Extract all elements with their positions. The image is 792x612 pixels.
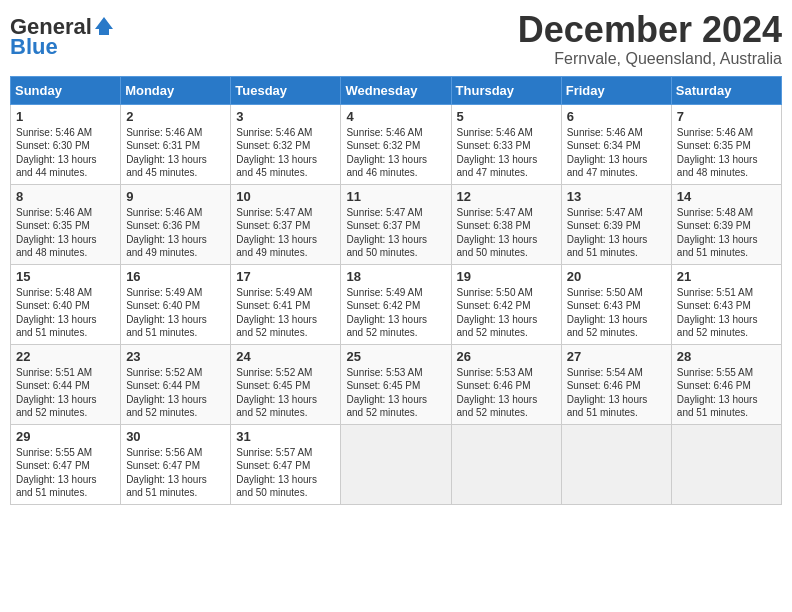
day-number: 27	[567, 349, 666, 364]
calendar-cell: 26Sunrise: 5:53 AMSunset: 6:46 PMDayligh…	[451, 344, 561, 424]
day-number: 19	[457, 269, 556, 284]
calendar-cell: 12Sunrise: 5:47 AMSunset: 6:38 PMDayligh…	[451, 184, 561, 264]
calendar-cell: 20Sunrise: 5:50 AMSunset: 6:43 PMDayligh…	[561, 264, 671, 344]
cell-info: Sunrise: 5:49 AMSunset: 6:40 PMDaylight:…	[126, 286, 225, 340]
calendar-cell: 29Sunrise: 5:55 AMSunset: 6:47 PMDayligh…	[11, 424, 121, 504]
logo-icon	[93, 15, 115, 37]
weekday-header: Sunday	[11, 76, 121, 104]
day-number: 8	[16, 189, 115, 204]
day-number: 1	[16, 109, 115, 124]
day-number: 5	[457, 109, 556, 124]
calendar-cell: 24Sunrise: 5:52 AMSunset: 6:45 PMDayligh…	[231, 344, 341, 424]
day-number: 7	[677, 109, 776, 124]
calendar-cell: 13Sunrise: 5:47 AMSunset: 6:39 PMDayligh…	[561, 184, 671, 264]
title-area: December 2024 Fernvale, Queensland, Aust…	[518, 10, 782, 68]
cell-info: Sunrise: 5:49 AMSunset: 6:41 PMDaylight:…	[236, 286, 335, 340]
cell-info: Sunrise: 5:47 AMSunset: 6:38 PMDaylight:…	[457, 206, 556, 260]
day-number: 4	[346, 109, 445, 124]
calendar-cell: 25Sunrise: 5:53 AMSunset: 6:45 PMDayligh…	[341, 344, 451, 424]
cell-info: Sunrise: 5:51 AMSunset: 6:44 PMDaylight:…	[16, 366, 115, 420]
calendar-week-row: 8Sunrise: 5:46 AMSunset: 6:35 PMDaylight…	[11, 184, 782, 264]
calendar-cell: 18Sunrise: 5:49 AMSunset: 6:42 PMDayligh…	[341, 264, 451, 344]
cell-info: Sunrise: 5:46 AMSunset: 6:36 PMDaylight:…	[126, 206, 225, 260]
weekday-header: Wednesday	[341, 76, 451, 104]
day-number: 21	[677, 269, 776, 284]
location-title: Fernvale, Queensland, Australia	[518, 50, 782, 68]
calendar-cell: 7Sunrise: 5:46 AMSunset: 6:35 PMDaylight…	[671, 104, 781, 184]
cell-info: Sunrise: 5:54 AMSunset: 6:46 PMDaylight:…	[567, 366, 666, 420]
cell-info: Sunrise: 5:48 AMSunset: 6:40 PMDaylight:…	[16, 286, 115, 340]
calendar-header-row: SundayMondayTuesdayWednesdayThursdayFrid…	[11, 76, 782, 104]
cell-info: Sunrise: 5:46 AMSunset: 6:32 PMDaylight:…	[346, 126, 445, 180]
cell-info: Sunrise: 5:46 AMSunset: 6:30 PMDaylight:…	[16, 126, 115, 180]
calendar-cell: 19Sunrise: 5:50 AMSunset: 6:42 PMDayligh…	[451, 264, 561, 344]
day-number: 20	[567, 269, 666, 284]
calendar-cell	[341, 424, 451, 504]
calendar-cell: 1Sunrise: 5:46 AMSunset: 6:30 PMDaylight…	[11, 104, 121, 184]
weekday-header: Monday	[121, 76, 231, 104]
cell-info: Sunrise: 5:51 AMSunset: 6:43 PMDaylight:…	[677, 286, 776, 340]
day-number: 30	[126, 429, 225, 444]
day-number: 22	[16, 349, 115, 364]
weekday-header: Friday	[561, 76, 671, 104]
weekday-header: Tuesday	[231, 76, 341, 104]
weekday-header: Thursday	[451, 76, 561, 104]
calendar-cell: 14Sunrise: 5:48 AMSunset: 6:39 PMDayligh…	[671, 184, 781, 264]
calendar-cell: 31Sunrise: 5:57 AMSunset: 6:47 PMDayligh…	[231, 424, 341, 504]
calendar-cell: 23Sunrise: 5:52 AMSunset: 6:44 PMDayligh…	[121, 344, 231, 424]
cell-info: Sunrise: 5:52 AMSunset: 6:45 PMDaylight:…	[236, 366, 335, 420]
cell-info: Sunrise: 5:53 AMSunset: 6:46 PMDaylight:…	[457, 366, 556, 420]
calendar-week-row: 1Sunrise: 5:46 AMSunset: 6:30 PMDaylight…	[11, 104, 782, 184]
svg-marker-0	[95, 17, 113, 35]
day-number: 10	[236, 189, 335, 204]
day-number: 17	[236, 269, 335, 284]
day-number: 12	[457, 189, 556, 204]
month-title: December 2024	[518, 10, 782, 50]
cell-info: Sunrise: 5:47 AMSunset: 6:39 PMDaylight:…	[567, 206, 666, 260]
calendar-cell: 21Sunrise: 5:51 AMSunset: 6:43 PMDayligh…	[671, 264, 781, 344]
calendar-cell: 6Sunrise: 5:46 AMSunset: 6:34 PMDaylight…	[561, 104, 671, 184]
cell-info: Sunrise: 5:57 AMSunset: 6:47 PMDaylight:…	[236, 446, 335, 500]
day-number: 15	[16, 269, 115, 284]
calendar-cell: 27Sunrise: 5:54 AMSunset: 6:46 PMDayligh…	[561, 344, 671, 424]
calendar-cell: 28Sunrise: 5:55 AMSunset: 6:46 PMDayligh…	[671, 344, 781, 424]
calendar-cell: 17Sunrise: 5:49 AMSunset: 6:41 PMDayligh…	[231, 264, 341, 344]
calendar-cell: 9Sunrise: 5:46 AMSunset: 6:36 PMDaylight…	[121, 184, 231, 264]
cell-info: Sunrise: 5:55 AMSunset: 6:47 PMDaylight:…	[16, 446, 115, 500]
day-number: 26	[457, 349, 556, 364]
day-number: 3	[236, 109, 335, 124]
calendar-cell: 22Sunrise: 5:51 AMSunset: 6:44 PMDayligh…	[11, 344, 121, 424]
calendar-cell	[451, 424, 561, 504]
day-number: 14	[677, 189, 776, 204]
cell-info: Sunrise: 5:46 AMSunset: 6:35 PMDaylight:…	[16, 206, 115, 260]
day-number: 6	[567, 109, 666, 124]
day-number: 31	[236, 429, 335, 444]
cell-info: Sunrise: 5:56 AMSunset: 6:47 PMDaylight:…	[126, 446, 225, 500]
calendar-week-row: 22Sunrise: 5:51 AMSunset: 6:44 PMDayligh…	[11, 344, 782, 424]
cell-info: Sunrise: 5:50 AMSunset: 6:43 PMDaylight:…	[567, 286, 666, 340]
header: General Blue December 2024 Fernvale, Que…	[10, 10, 782, 68]
cell-info: Sunrise: 5:55 AMSunset: 6:46 PMDaylight:…	[677, 366, 776, 420]
day-number: 18	[346, 269, 445, 284]
cell-info: Sunrise: 5:46 AMSunset: 6:35 PMDaylight:…	[677, 126, 776, 180]
cell-info: Sunrise: 5:46 AMSunset: 6:31 PMDaylight:…	[126, 126, 225, 180]
calendar-cell: 16Sunrise: 5:49 AMSunset: 6:40 PMDayligh…	[121, 264, 231, 344]
cell-info: Sunrise: 5:50 AMSunset: 6:42 PMDaylight:…	[457, 286, 556, 340]
cell-info: Sunrise: 5:46 AMSunset: 6:34 PMDaylight:…	[567, 126, 666, 180]
cell-info: Sunrise: 5:47 AMSunset: 6:37 PMDaylight:…	[236, 206, 335, 260]
day-number: 25	[346, 349, 445, 364]
calendar-cell: 30Sunrise: 5:56 AMSunset: 6:47 PMDayligh…	[121, 424, 231, 504]
day-number: 11	[346, 189, 445, 204]
day-number: 2	[126, 109, 225, 124]
cell-info: Sunrise: 5:53 AMSunset: 6:45 PMDaylight:…	[346, 366, 445, 420]
calendar-cell: 4Sunrise: 5:46 AMSunset: 6:32 PMDaylight…	[341, 104, 451, 184]
cell-info: Sunrise: 5:52 AMSunset: 6:44 PMDaylight:…	[126, 366, 225, 420]
calendar-week-row: 15Sunrise: 5:48 AMSunset: 6:40 PMDayligh…	[11, 264, 782, 344]
cell-info: Sunrise: 5:49 AMSunset: 6:42 PMDaylight:…	[346, 286, 445, 340]
day-number: 23	[126, 349, 225, 364]
calendar-cell: 10Sunrise: 5:47 AMSunset: 6:37 PMDayligh…	[231, 184, 341, 264]
calendar-cell	[561, 424, 671, 504]
calendar-cell: 2Sunrise: 5:46 AMSunset: 6:31 PMDaylight…	[121, 104, 231, 184]
cell-info: Sunrise: 5:46 AMSunset: 6:32 PMDaylight:…	[236, 126, 335, 180]
cell-info: Sunrise: 5:47 AMSunset: 6:37 PMDaylight:…	[346, 206, 445, 260]
